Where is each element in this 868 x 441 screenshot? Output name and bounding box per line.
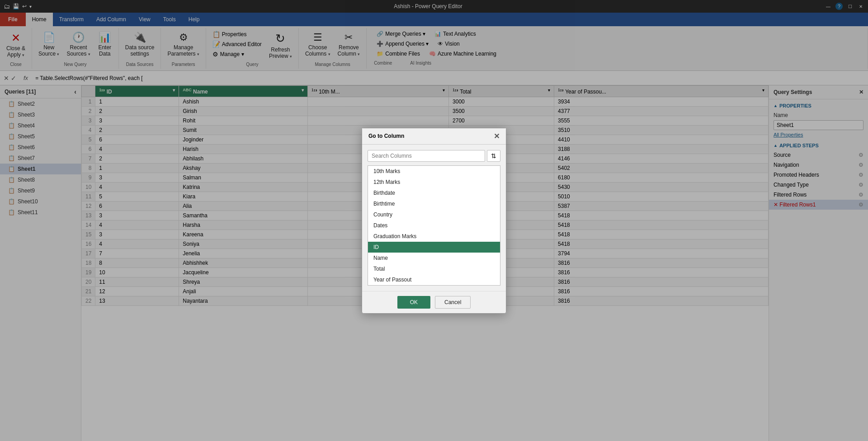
column-item-10th-marks[interactable]: 10th Marks [368,166,500,177]
modal-overlay[interactable]: Go to Column ✕ ⇅ 10th Marks12th MarksBir… [0,0,868,441]
column-item-birthtime[interactable]: Birthtime [368,198,500,209]
columns-list[interactable]: 10th Marks12th MarksBirthdateBirthtimeCo… [368,165,500,286]
column-item-id[interactable]: ID [368,242,500,253]
cancel-button[interactable]: Cancel [435,296,471,309]
column-item-total[interactable]: Total [368,263,500,274]
column-item-year-of-passout[interactable]: Year of Passout [368,274,500,285]
modal-title: Go to Column [368,133,404,139]
ok-button[interactable]: OK [397,296,430,309]
search-columns-input[interactable] [368,150,485,162]
column-item-graduation-marks[interactable]: Graduation Marks [368,231,500,242]
search-row: ⇅ [368,150,500,162]
modal-body: ⇅ 10th Marks12th MarksBirthdateBirthtime… [362,145,506,291]
column-item-dates[interactable]: Dates [368,220,500,231]
modal-footer: OK Cancel [362,291,506,313]
column-item-birthdate[interactable]: Birthdate [368,188,500,198]
column-item-country[interactable]: Country [368,209,500,220]
column-item-12th-marks[interactable]: 12th Marks [368,177,500,188]
modal-close-icon[interactable]: ✕ [494,132,500,141]
modal-title-bar: Go to Column ✕ [362,128,506,145]
go-to-column-modal: Go to Column ✕ ⇅ 10th Marks12th MarksBir… [362,128,506,314]
column-item-name[interactable]: Name [368,253,500,263]
sort-button[interactable]: ⇅ [487,150,500,162]
